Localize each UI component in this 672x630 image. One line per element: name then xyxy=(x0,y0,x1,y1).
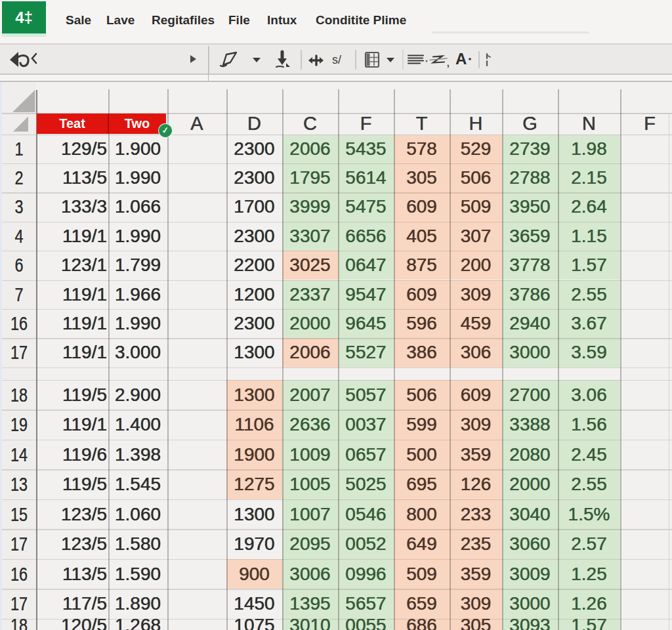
svg-text:,: , xyxy=(446,54,450,69)
svg-text:s/: s/ xyxy=(332,53,341,66)
svg-text:A: A xyxy=(455,50,467,68)
